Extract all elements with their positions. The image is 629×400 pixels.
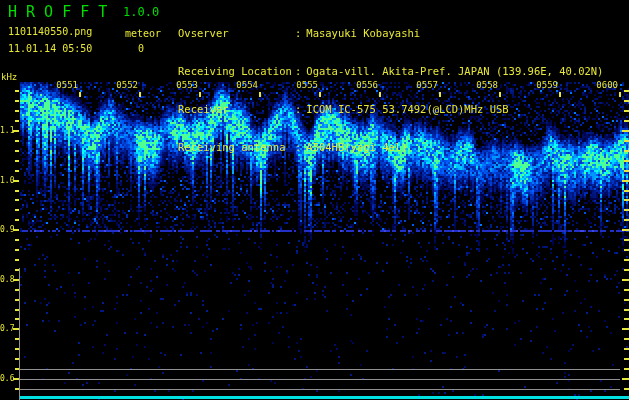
info-value: A504HB(yagi 4el): [306, 141, 407, 153]
info-row-location: Receiving Location:Ogata-vill. Akita-Pre…: [178, 65, 603, 78]
info-separator: :: [295, 103, 306, 115]
app-title: H R O F F T: [8, 3, 107, 21]
freq-axis-unit-label: kHz: [1, 72, 17, 82]
info-separator: :: [295, 141, 306, 153]
time-tick-label: 0553: [158, 80, 198, 90]
info-row-antenna: Receiving antenna:A504HB(yagi 4el): [178, 141, 603, 154]
info-separator: :: [295, 27, 306, 39]
time-tick-label: 0554: [218, 80, 258, 90]
info-value: Masayuki Kobayashi: [306, 27, 420, 39]
info-label: Receiving Location: [178, 65, 295, 78]
time-tick-label: 0559: [518, 80, 558, 90]
time-tick-label: 0600: [578, 80, 618, 90]
output-filename: 1101140550.png: [8, 26, 92, 37]
info-label: Receiver: [178, 103, 295, 116]
freq-tick-label: 1.0: [0, 176, 14, 185]
time-tick-label: 0558: [458, 80, 498, 90]
info-row-receiver: Receiver:ICOM IC-575 53.7492(@LCD)MHz US…: [178, 103, 603, 116]
info-value: ICOM IC-575 53.7492(@LCD)MHz USB: [306, 103, 508, 115]
freq-tick-label: 1.1: [0, 126, 14, 135]
time-tick-label: 0551: [38, 80, 78, 90]
hrofft-window: H R O F F T 1.0.0 1101140550.png meteor …: [0, 0, 629, 400]
observation-mode: meteor: [125, 28, 161, 39]
meteor-count: 0: [138, 43, 144, 54]
time-tick-label: 0555: [278, 80, 318, 90]
info-value: Ogata-vill. Akita-Pref. JAPAN (139.96E, …: [306, 65, 603, 77]
time-tick-label: 0556: [338, 80, 378, 90]
time-tick-label: 0552: [98, 80, 138, 90]
freq-tick-label: 0.8: [0, 275, 14, 284]
freq-tick-label: 0.6: [0, 374, 14, 383]
info-label: Ovserver: [178, 27, 295, 40]
info-separator: :: [295, 65, 306, 77]
info-label: Receiving antenna: [178, 141, 295, 154]
time-tick-label: 0557: [398, 80, 438, 90]
app-version: 1.0.0: [123, 5, 159, 19]
station-info-panel: Ovserver:Masayuki Kobayashi Receiving Lo…: [178, 2, 603, 178]
datetime-stamp: 11.01.14 05:50: [8, 43, 92, 54]
freq-tick-label: 0.9: [0, 225, 14, 234]
info-row-observer: Ovserver:Masayuki Kobayashi: [178, 27, 603, 40]
freq-tick-label: 0.7: [0, 324, 14, 333]
